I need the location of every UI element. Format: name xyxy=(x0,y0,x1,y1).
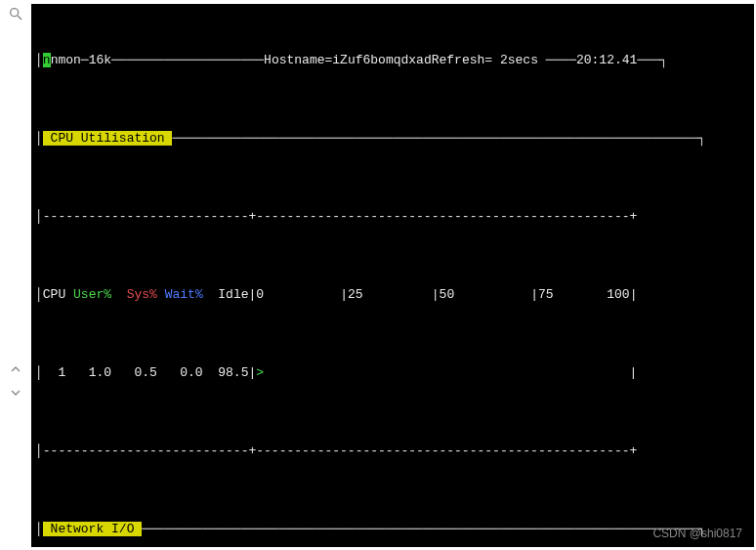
cpu-bar: > xyxy=(256,365,264,380)
refresh-label: Refresh= xyxy=(432,53,492,67)
net-section-title-row: │ Network I/O ──────────────────────────… xyxy=(35,522,750,537)
editor-gutter xyxy=(4,6,27,408)
cpu-divider-2: │---------------------------+-----------… xyxy=(35,444,750,459)
hostname-value: iZuf6bomqdxad xyxy=(332,53,431,67)
cpu-divider: │---------------------------+-----------… xyxy=(35,209,750,225)
terminal-output[interactable]: │nnmon─16k────────────────────Hostname=i… xyxy=(31,4,754,547)
cpu-headers: │CPU User% Sys% Wait% Idle|0 |25 |50 |75… xyxy=(35,287,750,303)
cursor: n xyxy=(43,53,51,67)
chevron-up-icon[interactable] xyxy=(8,361,23,377)
clock: 20:12.41 xyxy=(576,53,637,67)
cpu-row-1: │ 1 1.0 0.5 0.0 98.5|> | xyxy=(35,365,750,381)
cpu-section-title-row: │ CPU Utilisation ──────────────────────… xyxy=(35,131,750,147)
search-icon[interactable] xyxy=(8,6,23,21)
program-name: nmon─16k xyxy=(51,53,111,67)
header-line: │nnmon─16k────────────────────Hostname=i… xyxy=(35,53,750,68)
chevron-down-icon[interactable] xyxy=(8,385,23,401)
svg-line-1 xyxy=(18,16,21,20)
cpu-section-title: CPU Utilisation xyxy=(43,131,173,146)
net-section-title: Network I/O xyxy=(43,522,142,536)
refresh-value: 2secs xyxy=(492,53,538,67)
hostname-label: Hostname= xyxy=(264,53,332,67)
svg-point-0 xyxy=(11,9,19,17)
watermark: CSDN @shi0817 xyxy=(652,526,742,541)
